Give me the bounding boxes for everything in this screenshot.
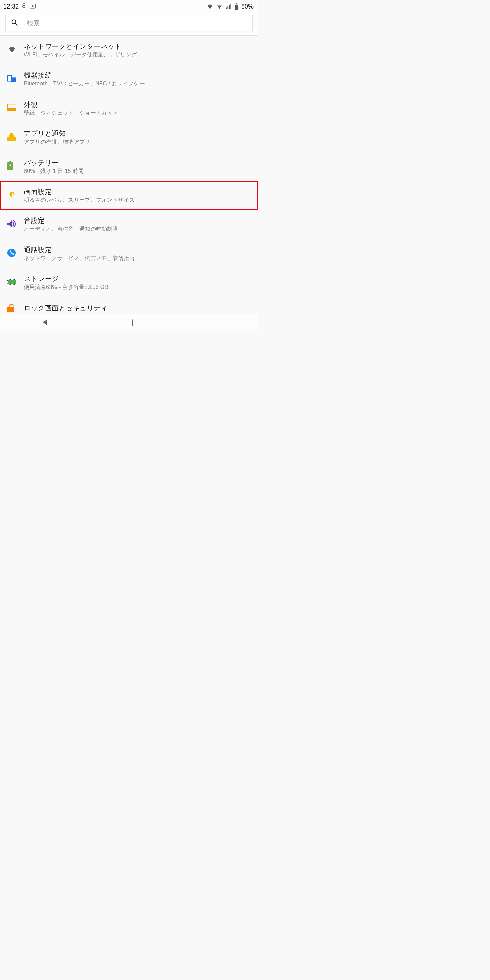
status-bar: 12:32 iD 80% bbox=[0, 0, 258, 12]
svg-rect-9 bbox=[8, 108, 16, 111]
system-nav-bar bbox=[0, 314, 258, 331]
item-subtitle: Wi-Fi、モバイル、データ使用量、テザリング bbox=[24, 51, 253, 59]
svg-rect-24 bbox=[9, 285, 10, 285]
signal-icon bbox=[226, 4, 232, 9]
svg-rect-30 bbox=[8, 282, 8, 282]
svg-rect-11 bbox=[9, 135, 14, 137]
svg-rect-16 bbox=[10, 165, 11, 166]
settings-item-call[interactable]: 通話設定 ネットワークサービス、伝言メモ、着信拒否 bbox=[0, 239, 258, 268]
svg-rect-10 bbox=[10, 133, 13, 135]
phone-icon bbox=[8, 249, 16, 258]
svg-rect-3 bbox=[235, 5, 237, 5]
settings-item-display[interactable]: 画面設定 明るさのレベル、スリープ、フォントサイズ bbox=[0, 181, 258, 210]
svg-rect-33 bbox=[16, 282, 16, 282]
svg-line-5 bbox=[16, 24, 18, 25]
search-bar-container bbox=[0, 12, 258, 36]
svg-rect-27 bbox=[13, 285, 14, 285]
storage-icon bbox=[8, 279, 16, 286]
svg-rect-26 bbox=[11, 285, 12, 285]
item-title: ネットワークとインターネット bbox=[24, 42, 253, 51]
search-icon bbox=[11, 19, 18, 27]
nav-home-button[interactable] bbox=[132, 320, 134, 326]
lock-icon bbox=[8, 304, 15, 313]
svg-text:iD: iD bbox=[32, 5, 34, 7]
svg-rect-22 bbox=[13, 279, 14, 280]
item-title: ロック画面とセキュリティ bbox=[24, 304, 253, 313]
svg-rect-23 bbox=[14, 279, 15, 280]
search-input[interactable] bbox=[26, 19, 248, 27]
item-title: バッテリー bbox=[24, 158, 253, 167]
battery-icon bbox=[234, 3, 239, 10]
svg-rect-18 bbox=[8, 280, 16, 285]
item-title: 通話設定 bbox=[24, 245, 253, 255]
search-card[interactable] bbox=[5, 15, 253, 31]
item-subtitle: 明るさのレベル、スリープ、フォントサイズ bbox=[24, 196, 253, 204]
item-title: 機器接続 bbox=[24, 71, 253, 80]
item-subtitle: アプリの権限、標準アプリ bbox=[24, 138, 253, 146]
svg-rect-32 bbox=[16, 280, 16, 281]
item-subtitle: ネットワークサービス、伝言メモ、着信拒否 bbox=[24, 255, 253, 262]
settings-item-network[interactable]: ネットワークとインターネット Wi-Fi、モバイル、データ使用量、テザリング bbox=[0, 36, 258, 65]
settings-item-appearance[interactable]: 外観 壁紙、ウィジェット、ショートカット bbox=[0, 94, 258, 123]
svg-rect-19 bbox=[9, 279, 10, 280]
nav-back-button[interactable] bbox=[42, 319, 49, 327]
settings-item-apps[interactable]: アプリと通知 アプリの権限、標準アプリ bbox=[0, 123, 258, 152]
settings-item-security[interactable]: ロック画面とセキュリティ bbox=[0, 298, 258, 314]
item-title: ストレージ bbox=[24, 274, 253, 283]
svg-rect-29 bbox=[8, 280, 8, 281]
wallpaper-icon bbox=[8, 104, 16, 112]
item-title: アプリと通知 bbox=[24, 129, 253, 138]
apps-icon bbox=[8, 133, 16, 142]
svg-point-4 bbox=[12, 20, 16, 24]
settings-item-storage[interactable]: ストレージ 使用済み63% - 空き容量23.56 GB bbox=[0, 268, 258, 297]
battery-settings-icon bbox=[8, 161, 13, 172]
brightness-icon bbox=[8, 191, 16, 201]
settings-list: ネットワークとインターネット Wi-Fi、モバイル、データ使用量、テザリング 機… bbox=[0, 36, 258, 314]
svg-rect-34 bbox=[16, 283, 16, 284]
item-title: 画面設定 bbox=[24, 187, 253, 196]
settings-item-sound[interactable]: 音設定 オーディオ、着信音、通知の鳴動制限 bbox=[0, 210, 258, 239]
svg-point-17 bbox=[8, 249, 16, 257]
svg-rect-21 bbox=[11, 279, 12, 280]
wifi-settings-icon bbox=[8, 46, 16, 54]
status-time: 12:32 bbox=[3, 3, 19, 10]
item-subtitle: オーディオ、着信音、通知の鳴動制限 bbox=[24, 225, 253, 233]
svg-rect-20 bbox=[10, 279, 11, 280]
svg-rect-7 bbox=[11, 77, 16, 82]
settings-item-connected[interactable]: 機器接続 Bluetooth、TV/スピーカー、NFC / おサイフケー… bbox=[0, 65, 258, 94]
svg-rect-13 bbox=[9, 161, 11, 162]
item-subtitle: 壁紙、ウィジェット、ショートカット bbox=[24, 109, 253, 117]
svg-rect-12 bbox=[8, 137, 16, 140]
wifi-icon bbox=[216, 4, 223, 9]
item-subtitle: Bluetooth、TV/スピーカー、NFC / おサイフケー… bbox=[24, 80, 253, 88]
shield-icon bbox=[21, 3, 27, 11]
svg-rect-31 bbox=[8, 283, 8, 284]
svg-rect-28 bbox=[14, 285, 15, 285]
svg-rect-25 bbox=[10, 285, 11, 285]
item-title: 外観 bbox=[24, 100, 253, 109]
volume-icon bbox=[8, 220, 16, 229]
item-subtitle: 使用済み63% - 空き容量23.56 GB bbox=[24, 283, 253, 291]
item-title: 音設定 bbox=[24, 216, 253, 225]
vibrate-icon bbox=[207, 3, 213, 10]
item-subtitle: 80% - 残り 1 日 15 時間 bbox=[24, 167, 253, 175]
battery-percent: 80% bbox=[241, 3, 253, 10]
svg-point-0 bbox=[24, 5, 24, 6]
settings-item-battery[interactable]: バッテリー 80% - 残り 1 日 15 時間 bbox=[0, 152, 258, 181]
devices-icon bbox=[8, 75, 16, 84]
id-icon: iD bbox=[30, 3, 36, 10]
